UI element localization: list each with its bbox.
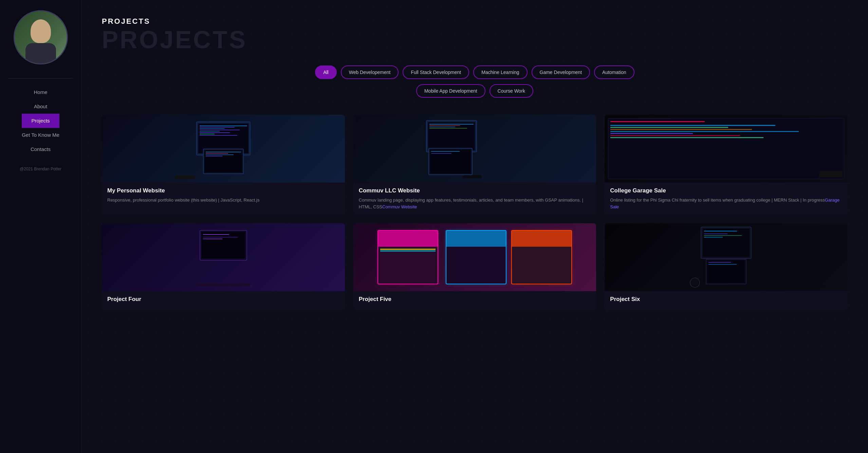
project-image-2 bbox=[605, 115, 848, 183]
project-info: College Garage SaleOnline listing for th… bbox=[605, 183, 848, 215]
nav-link-projects[interactable]: Projects bbox=[31, 118, 50, 124]
filter-row-1: AllWeb DevelopementFull Stack Developmen… bbox=[102, 65, 848, 79]
page-title-small: PROJECTS bbox=[102, 17, 848, 26]
page-title-large: PROJECTS bbox=[102, 27, 848, 52]
project-name: Commuv LLC Website bbox=[359, 187, 591, 194]
filter-btn-full-stack-development[interactable]: Full Stack Development bbox=[403, 65, 469, 79]
project-image-3 bbox=[102, 223, 345, 291]
sidebar-divider bbox=[8, 78, 73, 78]
project-info: My Personal WebsiteResponsive, professio… bbox=[102, 183, 345, 208]
filter-btn-game-development[interactable]: Game Development bbox=[532, 65, 590, 79]
project-card[interactable]: College Garage SaleOnline listing for th… bbox=[605, 115, 848, 215]
project-image-0 bbox=[102, 115, 345, 183]
filter-btn-automation[interactable]: Automation bbox=[594, 65, 634, 79]
sidebar-nav: HomeAboutProjectsGet To Know MeContacts bbox=[22, 85, 59, 163]
project-info: Project Five bbox=[353, 291, 596, 310]
sidebar-item-home[interactable]: Home bbox=[22, 85, 59, 99]
filter-row-2: Mobile App DevelopmentCourse Work bbox=[102, 84, 848, 98]
project-card[interactable]: Project Five bbox=[353, 223, 596, 310]
project-name: Project Six bbox=[610, 296, 842, 303]
project-desc: Responsive, professional portfolio websi… bbox=[107, 197, 339, 204]
project-name: Project Four bbox=[107, 296, 339, 303]
projects-grid: My Personal WebsiteResponsive, professio… bbox=[102, 115, 848, 310]
main-content: PROJECTS PROJECTS AllWeb DevelopementFul… bbox=[81, 0, 868, 453]
project-name: College Garage Sale bbox=[610, 187, 842, 194]
sidebar-item-about[interactable]: About bbox=[22, 99, 59, 114]
sidebar-item-get-to-know-me[interactable]: Get To Know Me bbox=[22, 128, 59, 142]
sidebar-footer: @2021 Brendan Potter bbox=[20, 163, 61, 171]
project-card[interactable]: Commuv LLC WebsiteCommuv landing page, d… bbox=[353, 115, 596, 215]
nav-link-get-to-know-me[interactable]: Get To Know Me bbox=[22, 132, 59, 138]
nav-link-about[interactable]: About bbox=[34, 103, 47, 109]
project-info: Project Six bbox=[605, 291, 848, 310]
sidebar-item-projects[interactable]: Projects bbox=[22, 114, 59, 128]
project-image-4 bbox=[353, 223, 596, 291]
nav-link-contacts[interactable]: Contacts bbox=[31, 146, 51, 152]
filter-btn-mobile-app-development[interactable]: Mobile App Development bbox=[416, 84, 485, 98]
project-name: Project Five bbox=[359, 296, 591, 303]
project-card[interactable]: My Personal WebsiteResponsive, professio… bbox=[102, 115, 345, 215]
project-desc: Commuv landing page, displaying app feat… bbox=[359, 197, 591, 210]
project-link[interactable]: Commuv Website bbox=[382, 204, 417, 209]
filter-btn-machine-learning[interactable]: Machine Learning bbox=[473, 65, 527, 79]
project-card[interactable]: Project Six bbox=[605, 223, 848, 310]
sidebar-item-contacts[interactable]: Contacts bbox=[22, 142, 59, 156]
project-image-5 bbox=[605, 223, 848, 291]
project-desc: Online listing for the Phi Sigma Chi fra… bbox=[610, 197, 842, 210]
project-info: Commuv LLC WebsiteCommuv landing page, d… bbox=[353, 183, 596, 215]
project-image-1 bbox=[353, 115, 596, 183]
project-info: Project Four bbox=[102, 291, 345, 310]
project-name: My Personal Website bbox=[107, 187, 339, 194]
avatar bbox=[14, 10, 68, 64]
project-link[interactable]: Garage Sale bbox=[610, 197, 839, 209]
nav-link-home[interactable]: Home bbox=[34, 89, 47, 95]
sidebar: HomeAboutProjectsGet To Know MeContacts … bbox=[0, 0, 81, 453]
filter-btn-course-work[interactable]: Course Work bbox=[490, 84, 533, 98]
filter-btn-web-developement[interactable]: Web Developement bbox=[341, 65, 399, 79]
filter-btn-all[interactable]: All bbox=[315, 65, 337, 79]
project-card[interactable]: Project Four bbox=[102, 223, 345, 310]
